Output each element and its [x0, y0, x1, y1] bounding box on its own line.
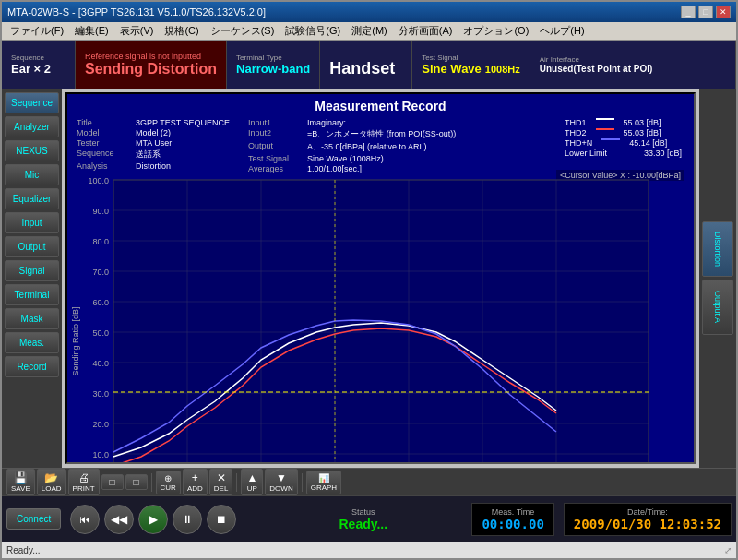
svg-text:Sending Ratio [dB]: Sending Ratio [dB] — [71, 306, 80, 375]
chart-meta: Title3GPP TEST SEQUENCE ModelModel (2) T… — [67, 116, 694, 175]
tool-graph[interactable]: 📊 GRAPH — [306, 471, 341, 494]
sidebar-sequence[interactable]: Sequence — [5, 92, 59, 113]
warn-section: Reference signal is not inputted Sending… — [76, 41, 227, 89]
terminal-label: Terminal Type — [236, 54, 310, 62]
sequence-value: Ear × 2 — [11, 62, 65, 76]
sending-distortion: Sending Distortion — [85, 61, 217, 77]
toolbar-sep3 — [302, 473, 303, 492]
terminal-section: Terminal Type Narrow-band — [227, 41, 320, 89]
toolbar-sep2 — [236, 473, 237, 492]
tool-add[interactable]: + ADD — [183, 469, 208, 495]
transport-rewind[interactable]: ◀◀ — [104, 505, 134, 534]
tool-up[interactable]: ▲ UP — [241, 469, 263, 495]
svg-text:20.0: 20.0 — [92, 420, 109, 429]
menu-bar: ファイル(F) 編集(E) 表示(V) 規格(C) シーケンス(S) 試験信号(… — [2, 22, 736, 41]
sidebar-analyzer[interactable]: Analyzer — [5, 116, 59, 137]
test-signal-section: Test Signal Sine Wave 1008Hz — [412, 41, 530, 89]
close-button[interactable]: ✕ — [716, 6, 731, 18]
device-section: . Handset — [320, 41, 412, 89]
svg-text:80.0: 80.0 — [92, 237, 109, 246]
status-section: Status Ready... — [259, 507, 467, 531]
sidebar-meas[interactable]: Meas. — [5, 332, 59, 353]
air-section: Air Interface Unused(Test Point at POI) — [530, 41, 736, 89]
sidebar-mask[interactable]: Mask — [5, 308, 59, 329]
meta-test-signal: Sine Wave (1008Hz) — [307, 154, 384, 163]
sidebar-mic[interactable]: Mic — [5, 164, 59, 185]
menu-options[interactable]: オプション(O) — [458, 23, 533, 39]
status-label: Status — [351, 507, 375, 517]
status-value: Ready... — [339, 517, 388, 531]
svg-text:70.0: 70.0 — [92, 268, 109, 277]
menu-edit[interactable]: 編集(E) — [70, 23, 113, 39]
menu-view[interactable]: 表示(V) — [115, 23, 159, 39]
chart-svg: 100.0 90.0 80.0 70.0 60.0 50.0 40.0 30.0… — [67, 175, 694, 462]
tool-del[interactable]: ✕ DEL — [209, 469, 233, 495]
sidebar-equalizer[interactable]: Equalizer — [5, 188, 59, 209]
tool-cur[interactable]: ⊕ CUR — [156, 471, 181, 494]
transport-stop[interactable]: ⏹ — [207, 505, 236, 534]
sidebar-output[interactable]: Output — [5, 236, 59, 257]
meta-input2: =B、ンホメータ特性 (from POI(SS-out)) — [307, 128, 456, 140]
thd2-value: 55.03 [dB] — [624, 128, 661, 137]
menu-standard[interactable]: 規格(C) — [160, 23, 203, 39]
app-window: MTA-02WB-S - [3GPP TS26.131 V5.1.0/TS26.… — [0, 0, 738, 560]
transport-prev[interactable]: ⏮ — [70, 505, 100, 534]
test-signal-label: Test Signal — [422, 54, 519, 62]
tool-save[interactable]: 💾 SAVE — [6, 469, 35, 495]
menu-measure[interactable]: 測定(M) — [347, 23, 392, 39]
toolbar-sep1 — [151, 473, 152, 492]
maximize-button[interactable]: □ — [698, 6, 713, 18]
menu-signal[interactable]: 試験信号(G) — [280, 23, 345, 39]
meas-value: 00:00.00 — [482, 517, 543, 531]
meta-output: A、-35.0[dBPa] (relative to ARL) — [307, 141, 427, 153]
left-sidebar: Sequence Analyzer NEXUS Mic Equalizer In… — [2, 89, 62, 468]
menu-file[interactable]: ファイル(F) — [6, 23, 68, 39]
tool-down[interactable]: ▼ DOWN — [265, 469, 297, 495]
meas-label: Meas. Time — [492, 507, 535, 517]
transport-play[interactable]: ▶ — [138, 505, 168, 534]
warn-label: Reference signal is not inputted — [85, 52, 217, 61]
menu-analysis[interactable]: 分析画面(A) — [394, 23, 458, 39]
bottom-status: Ready... ⤢ — [2, 542, 736, 558]
meta-input1: Imaginary: — [307, 118, 346, 127]
tool-btn4[interactable]: □ — [101, 474, 124, 490]
device-value: Handset — [329, 59, 402, 78]
info-bar: Sequence Ear × 2 Reference signal is not… — [2, 41, 736, 89]
right-btn-distortion[interactable]: Distortion — [702, 221, 733, 277]
sidebar-input[interactable]: Input — [5, 212, 59, 233]
menu-sequence[interactable]: シーケンス(S) — [206, 23, 280, 39]
tool-btn5[interactable]: □ — [125, 474, 148, 490]
sidebar-record[interactable]: Record — [5, 356, 59, 377]
meas-section: Meas. Time 00:00.00 — [471, 503, 554, 536]
tool-load[interactable]: 📂 LOAD — [37, 469, 66, 495]
window-controls: _ □ ✕ — [681, 6, 731, 18]
air-value: Unused(Test Point at POI) — [540, 64, 726, 74]
sequence-section: Sequence Ear × 2 — [2, 41, 76, 89]
svg-text:100.0: 100.0 — [88, 176, 109, 185]
svg-text:50.0: 50.0 — [92, 328, 109, 338]
lower-value: 33.30 [dB] — [644, 149, 682, 158]
meta-seq: 送話系 — [136, 149, 161, 161]
menu-help[interactable]: ヘルプ(H) — [535, 23, 589, 39]
thd1-value: 55.03 [dB] — [624, 118, 661, 127]
right-btn-output-a[interactable]: Output A — [702, 280, 733, 335]
transport-pause[interactable]: ⏸ — [173, 505, 202, 534]
date-value: 2009/01/30 12:03:52 — [574, 517, 721, 531]
svg-text:60.0: 60.0 — [92, 298, 109, 307]
date-section: Date/Time: 2009/01/30 12:03:52 — [564, 503, 732, 536]
svg-text:90.0: 90.0 — [92, 207, 109, 216]
svg-text:40.0: 40.0 — [92, 359, 109, 368]
test-signal-value: Sine Wave — [422, 62, 482, 76]
minimize-button[interactable]: _ — [681, 6, 696, 18]
chart-area: Measurement Record Title3GPP TEST SEQUEN… — [65, 92, 696, 464]
sidebar-signal[interactable]: Signal — [5, 260, 59, 281]
sidebar-nexus[interactable]: NEXUS — [5, 140, 59, 161]
sidebar-terminal[interactable]: Terminal — [5, 284, 59, 305]
meta-averages: 1.00/1.00[sec.] — [307, 164, 362, 173]
resize-handle[interactable]: ⤢ — [724, 545, 732, 555]
svg-text:30.0: 30.0 — [92, 389, 109, 399]
bottom-status-text: Ready... — [6, 545, 41, 555]
connect-button[interactable]: Connect — [6, 508, 61, 530]
right-sidebar: Distortion Output A — [699, 89, 736, 468]
tool-print[interactable]: 🖨 PRINT — [68, 469, 100, 495]
